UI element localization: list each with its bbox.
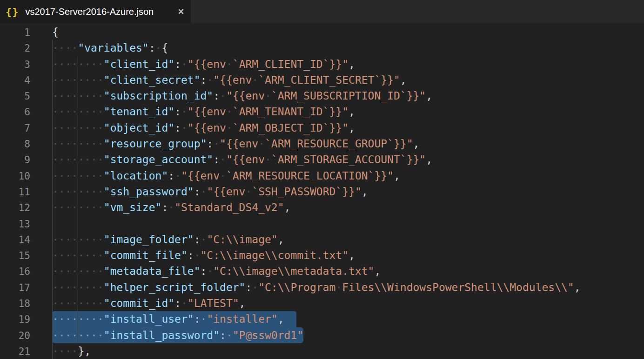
json-key-token: "subscription_id" xyxy=(104,90,213,102)
line-number[interactable]: 5 xyxy=(0,88,30,104)
json-key-token: "commit_file" xyxy=(104,249,188,261)
whitespace-dots: ···· xyxy=(52,42,78,54)
whitespace-dots: · xyxy=(226,122,233,134)
line-number[interactable]: 4 xyxy=(0,73,30,88)
whitespace-dots: · xyxy=(181,106,188,118)
line-number[interactable]: 10 xyxy=(0,168,30,184)
code-line[interactable]: 14········"image_folder":·"C:\\image", xyxy=(0,232,644,247)
code-line[interactable]: 9········"storage_account":·"{{env·`ARM_… xyxy=(0,152,644,167)
punctuation-token: : xyxy=(174,106,181,118)
punctuation-token: : xyxy=(174,297,181,309)
code-line[interactable]: 1{ xyxy=(0,24,644,40)
code-line[interactable]: 11········"ssh_password":·"{{env·`SSH_PA… xyxy=(0,184,644,199)
punctuation-token: : xyxy=(207,138,213,150)
line-number[interactable]: 16 xyxy=(0,264,30,279)
code-line-content: ········"client_id":·"{{env·`ARM_CLIENT_… xyxy=(52,56,355,72)
whitespace-dots: · xyxy=(207,74,213,86)
code-line[interactable]: 20········"install_password":·"P@ssw0rd1… xyxy=(0,327,644,343)
editor[interactable]: 1{2····"variables":·{3········"client_id… xyxy=(0,23,644,359)
code-line[interactable]: 17········"helper_script_folder":·"C:\\P… xyxy=(0,279,644,295)
punctuation-token: : xyxy=(201,74,207,86)
line-number[interactable]: 19 xyxy=(0,312,30,327)
code-line-content: ········"subscription_id":·"{{env·`ARM_S… xyxy=(52,88,432,104)
code-line[interactable]: 8········"resource_group":·"{{env·`ARM_R… xyxy=(0,136,644,152)
line-number[interactable]: 2 xyxy=(0,40,30,56)
punctuation-token: , xyxy=(239,297,246,309)
line-number[interactable]: 14 xyxy=(0,232,30,248)
tab-close-icon[interactable]: ✕ xyxy=(178,8,184,16)
code-line[interactable]: 21····}, xyxy=(0,343,644,359)
line-number[interactable]: 7 xyxy=(0,120,30,136)
code-line[interactable]: 3········"client_id":·"{{env·`ARM_CLIENT… xyxy=(0,56,644,72)
line-number[interactable]: 12 xyxy=(0,200,30,216)
json-string-token: "{{env xyxy=(188,106,226,118)
punctuation-token: : xyxy=(174,58,181,70)
code-line[interactable]: 2····"variables":·{ xyxy=(0,40,644,56)
punctuation-token: , xyxy=(413,138,420,150)
line-number[interactable]: 17 xyxy=(0,280,30,296)
code-line-content: ········"metadata_file":·"C:\\image\\met… xyxy=(52,263,381,279)
code-line-content: ········"commit_file":·"C:\\image\\commi… xyxy=(52,247,355,263)
punctuation-token: , xyxy=(349,249,355,261)
tab-vs2017-server2016-azure[interactable]: {} vs2017-Server2016-Azure.json ✕ xyxy=(0,0,191,23)
line-number[interactable]: 20 xyxy=(0,328,30,344)
json-key-token: "helper_script_folder" xyxy=(104,281,246,293)
code-line-content: ········"storage_account":·"{{env·`ARM_S… xyxy=(52,152,432,167)
code-line[interactable]: 5········"subscription_id":·"{{env·`ARM_… xyxy=(0,88,644,104)
line-number[interactable]: 6 xyxy=(0,104,30,120)
json-key-token: "client_secret" xyxy=(104,74,201,86)
json-string-token: "{{env xyxy=(220,138,258,150)
json-string-token: "C:\\image\\metadata.txt" xyxy=(213,265,374,277)
code-line[interactable]: 16········"metadata_file":·"C:\\image\\m… xyxy=(0,263,644,279)
whitespace-dots: · xyxy=(220,153,226,166)
whitespace-dots: · xyxy=(194,249,201,261)
code-line[interactable]: 7········"object_id":·"{{env·`ARM_OBJECT… xyxy=(0,120,644,136)
json-string-token: `ARM_SUBSCRIPTION_ID`}}" xyxy=(271,90,426,102)
json-string-token: `ARM_STORAGE_ACCOUNT`}}" xyxy=(271,153,426,166)
json-key-token: "object_id" xyxy=(104,122,174,134)
punctuation-token: : xyxy=(174,122,181,134)
json-string-token: "{{env xyxy=(213,74,252,86)
json-string-token: "{{env xyxy=(226,90,265,102)
whitespace-dots: · xyxy=(226,58,233,70)
punctuation-token: : xyxy=(213,153,220,166)
whitespace-dots: · xyxy=(201,313,207,325)
line-number[interactable]: 9 xyxy=(0,152,30,168)
code-line-content: ········"helper_script_folder":·"C:\\Pro… xyxy=(52,279,581,295)
tab-title: vs2017-Server2016-Azure.json xyxy=(26,7,173,17)
punctuation-token: : xyxy=(188,249,194,261)
whitespace-dots: · xyxy=(252,74,258,86)
json-key-token: "install_password" xyxy=(104,329,220,341)
punctuation-token: , xyxy=(400,74,407,86)
json-string-token: "installer" xyxy=(207,313,277,325)
line-number[interactable]: 18 xyxy=(0,296,30,312)
code-line[interactable]: 6········"tenant_id":·"{{env·`ARM_TENANT… xyxy=(0,104,644,120)
line-number[interactable]: 11 xyxy=(0,184,30,200)
whitespace-dots: · xyxy=(168,201,174,213)
code-lines: 1{2····"variables":·{3········"client_id… xyxy=(0,23,644,359)
json-key-token: "metadata_file" xyxy=(104,265,201,277)
code-line[interactable]: 15········"commit_file":·"C:\\image\\com… xyxy=(0,247,644,263)
line-number[interactable]: 15 xyxy=(0,248,30,264)
code-line[interactable]: 10········"location":·"{{env·`ARM_RESOUR… xyxy=(0,168,644,184)
line-number[interactable]: 3 xyxy=(0,57,30,73)
whitespace-dots: · xyxy=(265,153,271,166)
code-line[interactable]: 19········"install_user":·"installer", xyxy=(0,311,644,327)
line-number[interactable]: 1 xyxy=(0,25,30,40)
punctuation-token: { xyxy=(161,42,168,54)
code-line-content: ········"location":·"{{env·`ARM_RESOURCE… xyxy=(52,168,400,184)
json-string-token: "{{env xyxy=(181,170,220,182)
code-line-content: { xyxy=(52,24,59,40)
line-number[interactable]: 21 xyxy=(0,344,30,359)
code-line[interactable]: 13 xyxy=(0,216,644,232)
punctuation-token: , xyxy=(574,281,581,293)
code-line[interactable]: 12········"vm_size":·"Standard_DS4_v2", xyxy=(0,199,644,215)
json-string-token: "{{env xyxy=(226,153,265,166)
punctuation-token: , xyxy=(284,201,291,213)
punctuation-token: : xyxy=(245,281,252,293)
code-line[interactable]: 18········"commit_id":·"LATEST", xyxy=(0,295,644,311)
line-number[interactable]: 13 xyxy=(0,216,30,232)
code-line[interactable]: 4········"client_secret":·"{{env·`ARM_CL… xyxy=(0,72,644,88)
json-string-token: "Standard_DS4_v2" xyxy=(174,201,284,213)
line-number[interactable]: 8 xyxy=(0,136,30,152)
